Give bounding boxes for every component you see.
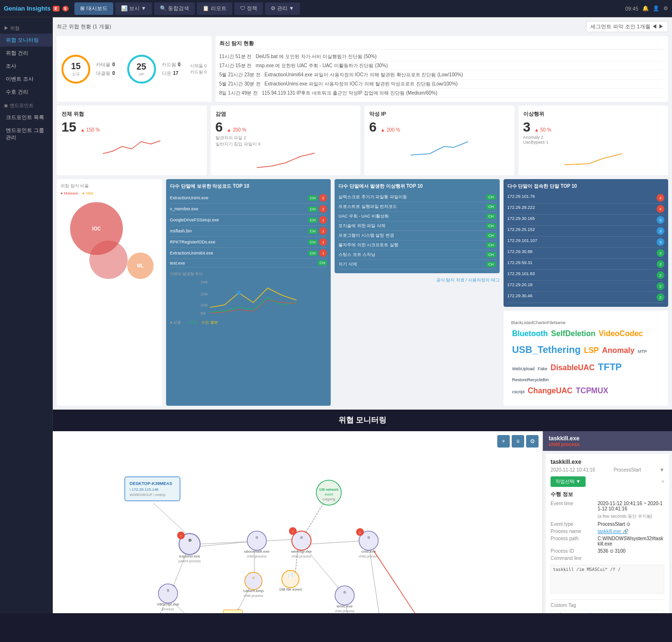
- tag-cloud-card: BlackListedChartinFileName Bluetooth Sel…: [504, 311, 668, 406]
- sparkline-threats: [61, 137, 202, 156]
- tag-cloud: BlackListedChartinFileName Bluetooth Sel…: [507, 315, 664, 402]
- svg-text:parent process: parent process: [179, 559, 201, 563]
- event-item: 17시간 15분 전 msp.exe 에 요한된 UAC 주회 - UAC 미활…: [219, 61, 664, 71]
- recent-events-title: 최신 탐지 현황: [219, 40, 664, 49]
- nav-policy[interactable]: 🛡 정책: [234, 2, 263, 15]
- tag-fake[interactable]: Fake: [538, 366, 547, 371]
- svg-text:child process: child process: [247, 555, 267, 558]
- nav-report[interactable]: 📊 보시 ▼: [115, 2, 152, 15]
- stat-circle-malware: 25 UP: [127, 55, 156, 84]
- top10-item: RPKTRegisterlODs.exe CH1: [170, 237, 327, 248]
- rp-cmdline-input[interactable]: taskkill /im MSASCui* /f /: [551, 565, 664, 594]
- ip-item: 172.29.59.312: [507, 259, 664, 270]
- rp-process-path: Process path C:WINDOWSWsystem32#taskkill…: [551, 536, 664, 546]
- tag-tcpmux[interactable]: TCPMUX: [576, 387, 609, 395]
- stat-mini-malware: 카드됨 0 다운 17: [162, 61, 181, 77]
- tag-bluetooth[interactable]: Bluetooth: [512, 329, 548, 338]
- sidebar-item-threat-manage[interactable]: 위협 건리: [0, 47, 52, 60]
- chart-malicious-ip: 악성 IP 6 ▲ 200 %: [364, 106, 515, 175]
- sidebar-item-guard[interactable]: 수호 건리: [0, 85, 52, 98]
- svg-text:1: 1: [359, 531, 361, 534]
- graph-toolbar: + ≡ ⚙: [497, 435, 539, 448]
- tag-selfdeletion[interactable]: SelfDeletion: [551, 329, 595, 338]
- svg-text:!: !: [292, 530, 293, 534]
- nav-search[interactable]: 🔍 동합검색: [154, 2, 195, 15]
- filter-info[interactable]: 세그먼트 파악 조인 1개월 ◀ ▶: [586, 21, 668, 32]
- chart-infection: 감염 6 ▲ 200 % 탈관자의 파일 2일반지기 침입 파일이 X: [211, 106, 361, 175]
- nav-dashboard[interactable]: ⊞ 대시보드: [74, 2, 113, 15]
- top10-malware-card: 다수 단말에 보유한 악성코드 TOP 10 ExtractionUnimi.e…: [166, 179, 331, 406]
- tag-cscript[interactable]: cscript: [512, 389, 525, 394]
- svg-text:DESKTOP-K39MEAS: DESKTOP-K39MEAS: [130, 481, 172, 486]
- graph-settings-btn[interactable]: ⚙: [526, 435, 539, 448]
- logo: Genian Insights E 5: [4, 5, 69, 12]
- svg-text:explorer.exe: explorer.exe: [179, 554, 200, 558]
- svg-text:188 file event: 188 file event: [279, 587, 302, 592]
- event-item: 8일 1시간 49분 전 115.94.119.131 IP후트 네트워크 출근…: [219, 89, 664, 98]
- action-select-btn[interactable]: 작업선택 ▼: [551, 476, 586, 487]
- sidebar-item-endpoint-list[interactable]: 크드포인트 목록: [0, 111, 52, 124]
- bubble-ml: ML: [127, 253, 154, 279]
- svg-point-85: [335, 586, 354, 605]
- top10-item: 프로그램이 시스템 설정 변경CH: [338, 231, 495, 241]
- section-header: 최근 위협 현황 (1 개월) 세그먼트 파악 조인 1개월 ◀ ▶: [57, 21, 668, 32]
- event-item: 5월 21시간 30분 전 ExtractionUnimi.exe 파일이 사용…: [219, 80, 664, 89]
- tag-changeuac[interactable]: ChangeUAC: [528, 387, 572, 395]
- sidebar-item-event-investigation[interactable]: 이벤트 조사: [0, 73, 52, 85]
- sidebar-item-threat-monitoring[interactable]: 위협 모니터링: [0, 34, 52, 47]
- attack-graph-svg: DESKTOP-K39MEAS \ 172.29.115.148 WORKGRO…: [53, 431, 542, 613]
- sidebar-section-endpoint: ◉ 엔드포인트: [0, 100, 52, 111]
- bubble-mid: [89, 241, 128, 279]
- link-detection[interactable]: 공식 탐지 자료 / 사용자정의 태그: [436, 278, 500, 282]
- sidebar-item-investigation[interactable]: 조사: [0, 60, 52, 73]
- tag-anomaly[interactable]: Anomaly: [602, 346, 635, 354]
- top10-item: 스팅스 포트 스차닝CH: [338, 250, 495, 260]
- tag-usb-tethering[interactable]: USB_Tethering: [512, 344, 581, 355]
- svg-text:📄: 📄: [288, 573, 294, 579]
- nav-remote[interactable]: 📋 리모트: [197, 2, 232, 15]
- sidebar-section-threat: ▶ 위협: [0, 23, 52, 34]
- svg-text:⚙: ⚙: [255, 536, 258, 539]
- event-item: 5월 21시간 23분 전 ExtractionUnimi64.exe 파일이 …: [219, 71, 664, 80]
- top10-item: 포지솔에 위한 파일 삭제CH: [338, 221, 495, 231]
- tag-disableuac[interactable]: DisableUAC: [551, 363, 595, 372]
- tag-webupload[interactable]: WebUpload: [512, 366, 535, 371]
- rp-subtitle: child process: [549, 442, 666, 447]
- svg-text:⚙: ⚙: [300, 536, 303, 539]
- svg-text:\ 172.29.115.148: \ 172.29.115.148: [130, 487, 159, 492]
- top10-item: v_member.exe CH2: [170, 204, 327, 215]
- ip-list-card: 다수 단말이 접속한 단말 TOP 10 172.29.101.764 172.…: [504, 179, 668, 307]
- svg-text:Liebert.bmp: Liebert.bmp: [243, 589, 264, 593]
- svg-text:wmic.exe: wmic.exe: [336, 604, 353, 608]
- svg-text:⚙: ⚙: [343, 591, 346, 594]
- top10-item: 프로스트로 실행파일 런처코드CH: [338, 202, 495, 212]
- rp-event-time: Event time 2020-11-12 10:41:16 ~ 2020-11…: [551, 501, 664, 511]
- svg-text:90k: 90k: [201, 312, 206, 315]
- charts-grid: 전체 위협 15 ▲ 150 % 감염 6 ▲ 200 %: [57, 106, 668, 175]
- graph-list-btn[interactable]: ≡: [512, 435, 524, 448]
- svg-text:⚙: ⚙: [252, 576, 255, 580]
- top10-item: msflash.bin CH1: [170, 226, 327, 237]
- custom-tag-input[interactable]: [551, 610, 664, 613]
- divider: [121, 57, 121, 81]
- svg-text:event: event: [324, 493, 333, 496]
- sidebar-item-endpoint-group[interactable]: 엔드포인트 그룹 관리: [0, 124, 52, 144]
- ip-item: 172.29.101.832: [507, 270, 664, 281]
- svg-text:child process: child process: [359, 555, 379, 558]
- svg-text:100k: 100k: [201, 303, 208, 307]
- svg-point-4: [237, 291, 241, 295]
- top10-item: 불자주에 의한 시크프토트 실행CH: [338, 241, 495, 250]
- recent-events-panel: 최신 탐지 현황 11시간 51분 전 DeiUS.bat 에 오인된 자가 서…: [216, 36, 668, 102]
- tag-videocodec[interactable]: VideoCodec: [599, 329, 643, 338]
- tag-lsp[interactable]: LSP: [584, 346, 599, 354]
- tag-tftp[interactable]: TFTP: [598, 362, 622, 372]
- tag-mtp[interactable]: MTP: [638, 349, 647, 354]
- nav-manage[interactable]: ⚙ 관리 ▼: [265, 2, 300, 15]
- top10-anomaly-card: 다수 단말에서 발생한 이상행위 TOP 10 살력스크로 추가가 파일통 파일…: [335, 179, 499, 273]
- tag-restorerecycle[interactable]: RestoreRecycleBin: [512, 377, 549, 382]
- menu-icon[interactable]: ≡: [661, 479, 664, 484]
- graph-add-btn[interactable]: +: [497, 435, 510, 448]
- ip-item: 172.29.20.182: [507, 281, 664, 292]
- rp-duration: (a few seconds 동안 유지됨): [551, 513, 664, 520]
- svg-text:process: process: [162, 607, 174, 611]
